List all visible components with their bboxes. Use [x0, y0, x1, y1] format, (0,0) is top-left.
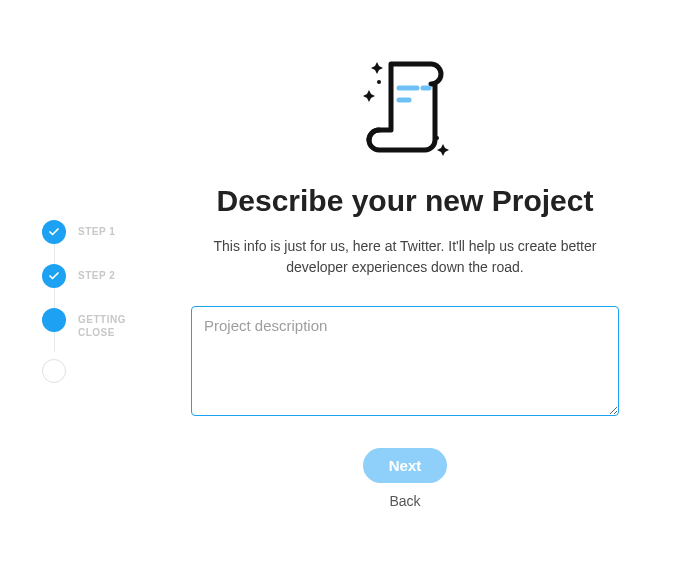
project-description-input[interactable]	[191, 306, 619, 416]
active-step-icon	[42, 308, 66, 332]
step-4	[42, 359, 175, 383]
step-sidebar: STEP 1 STEP 2 GETTING CLOSE	[0, 50, 175, 509]
step-2: STEP 2	[42, 264, 175, 288]
step-3: GETTING CLOSE	[42, 308, 175, 339]
button-group: Next Back	[363, 448, 448, 509]
next-button[interactable]: Next	[363, 448, 448, 483]
step-1: STEP 1	[42, 220, 175, 244]
page-title: Describe your new Project	[217, 184, 594, 218]
step-1-label: STEP 1	[78, 220, 115, 238]
page-subtitle: This info is just for us, here at Twitte…	[195, 236, 615, 278]
back-button[interactable]: Back	[389, 493, 420, 509]
svg-point-0	[377, 80, 381, 84]
scroll-document-icon	[345, 50, 465, 164]
check-icon	[42, 220, 66, 244]
main-content: Describe your new Project This info is j…	[175, 50, 680, 509]
check-icon	[42, 264, 66, 288]
pending-step-icon	[42, 359, 66, 383]
step-3-label: GETTING CLOSE	[78, 308, 148, 339]
step-2-label: STEP 2	[78, 264, 115, 282]
